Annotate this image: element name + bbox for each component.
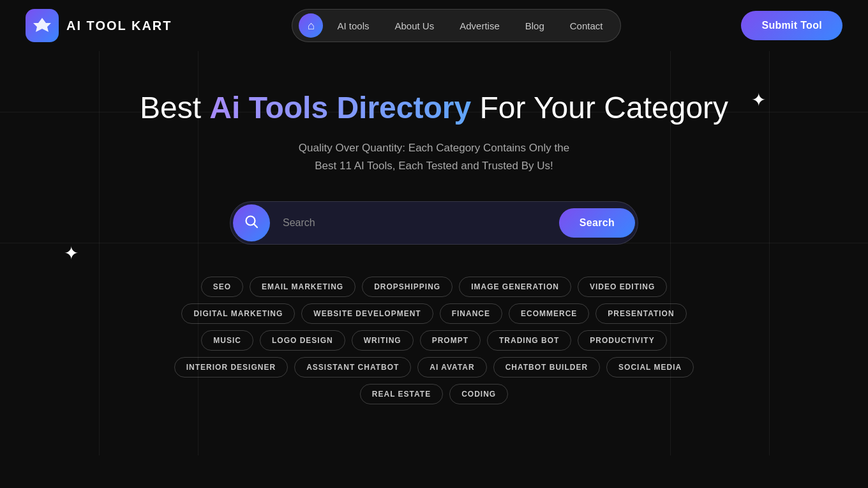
hero-section: Best Ai Tools Directory For Your Categor… [0, 51, 868, 455]
tag-writing[interactable]: WRITING [352, 330, 414, 351]
nav-home-button[interactable]: ⌂ [299, 13, 323, 38]
logo-area: AI TOOL KART [26, 9, 172, 42]
tag-productivity[interactable]: PRODUCTIVITY [578, 330, 666, 351]
tag-ecommerce[interactable]: ECOMMERCE [509, 303, 589, 324]
tag-chatbot-builder[interactable]: CHATBOT BUILDER [493, 357, 600, 377]
svg-line-2 [254, 224, 257, 227]
main-wrapper: ✦ ✦ Best Ai Tools Directory For Your Cat… [0, 51, 868, 455]
nav-link-advertise[interactable]: Advertise [448, 15, 511, 36]
search-icon [244, 215, 258, 232]
home-icon: ⌂ [308, 19, 315, 33]
hero-subtitle: Quality Over Quantity: Each Category Con… [13, 139, 855, 176]
main-nav: ⌂ AI tools About Us Advertise Blog Conta… [292, 9, 621, 42]
search-bar: Search [230, 201, 638, 245]
tag-finance[interactable]: FINANCE [440, 303, 502, 324]
hero-subtitle-line2: Best 11 AI Tools, Each Tested and Truste… [315, 160, 553, 172]
tag-logo-design[interactable]: LOGO DESIGN [260, 330, 345, 351]
search-icon-wrap [233, 204, 270, 241]
tag-presentation[interactable]: PRESENTATION [595, 303, 686, 324]
tag-interior-designer[interactable]: INTERIOR DESIGNER [174, 357, 288, 377]
tag-assistant-chatbot[interactable]: ASSISTANT CHATBOT [294, 357, 411, 377]
tag-ai-avatar[interactable]: AI AVATAR [417, 357, 486, 377]
search-input[interactable] [273, 217, 557, 229]
logo-text: AI TOOL KART [66, 19, 172, 33]
tag-social-media[interactable]: SOCIAL MEDIA [606, 357, 694, 377]
search-button[interactable]: Search [559, 208, 635, 238]
nav-link-blog[interactable]: Blog [514, 15, 556, 36]
nav-link-contact[interactable]: Contact [558, 15, 615, 36]
tag-digital-marketing[interactable]: DIGITAL MARKETING [181, 303, 295, 324]
tag-image-generation[interactable]: IMAGE GENERATION [459, 277, 571, 297]
submit-tool-button[interactable]: Submit Tool [741, 11, 842, 40]
tag-trading-bot[interactable]: TRADING BOT [487, 330, 571, 351]
tag-coding[interactable]: CODING [449, 384, 508, 404]
tag-website-development[interactable]: WEBSITE DEVELOPMENT [301, 303, 433, 324]
nav-link-ai-tools[interactable]: AI tools [326, 15, 380, 36]
tag-email-marketing[interactable]: EMAIL MARKETING [250, 277, 355, 297]
nav-link-about-us[interactable]: About Us [384, 15, 446, 36]
tag-seo[interactable]: SEO [201, 277, 243, 297]
tag-music[interactable]: MUSIC [201, 330, 253, 351]
tag-real-estate[interactable]: REAL ESTATE [360, 384, 443, 404]
svg-marker-0 [33, 18, 51, 32]
hero-title: Best Ai Tools Directory For Your Categor… [13, 89, 855, 126]
hero-title-end: For Your Category [471, 91, 728, 125]
tag-dropshipping[interactable]: DROPSHIPPING [362, 277, 453, 297]
header: AI TOOL KART ⌂ AI tools About Us Adverti… [0, 0, 868, 51]
hero-title-start: Best [140, 91, 209, 125]
hero-title-bold: Ai Tools Directory [209, 91, 471, 125]
tag-prompt[interactable]: PROMPT [420, 330, 481, 351]
hero-subtitle-line1: Quality Over Quantity: Each Category Con… [299, 142, 569, 154]
tags-section: SEOEMAIL MARKETINGDROPSHIPPINGIMAGE GENE… [160, 277, 708, 430]
logo-icon [26, 9, 59, 42]
tag-video-editing[interactable]: VIDEO EDITING [578, 277, 667, 297]
